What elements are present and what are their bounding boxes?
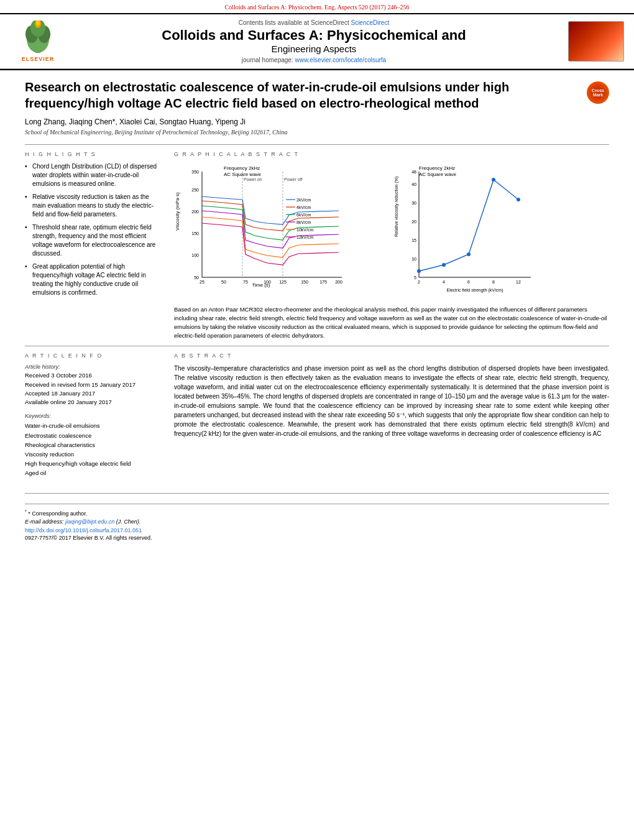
svg-text:10kV/cm: 10kV/cm [296, 228, 313, 232]
viscosity-time-chart: Frequency 2kHz AC Square wave Viscosity … [174, 162, 389, 300]
available-date: Available online 20 January 2017 [25, 398, 162, 407]
reduction-chart-svg: Frequency 2kHz AC Square wave Relative v… [394, 162, 537, 299]
keywords-group: Keywords: Water-in-crude-oil emulsions E… [25, 413, 162, 478]
highlight-item-1: Chord Length Distribution (CLD) of dispe… [25, 162, 162, 188]
svg-text:50: 50 [221, 280, 226, 284]
svg-text:48: 48 [411, 170, 416, 174]
svg-text:Power off: Power off [284, 177, 302, 182]
article-info-column: A R T I C L E I N F O Article history: R… [25, 353, 162, 484]
affiliation: School of Mechanical Engineering, Beijin… [25, 129, 609, 136]
doi-link[interactable]: http://dx.doi.org/10.1016/j.colsurfa.201… [25, 527, 142, 533]
highlights-graphical-section: H I G H L I G H T S Chord Length Distrib… [25, 144, 609, 339]
journal-subtitle: Engineering Aspects [73, 44, 554, 54]
viscosity-chart-svg: Frequency 2kHz AC Square wave Viscosity … [174, 162, 348, 299]
keyword-2: Electrostatic coalescence [25, 431, 162, 440]
svg-text:40: 40 [411, 182, 416, 187]
homepage-line: journal homepage: www.elsevier.com/locat… [73, 57, 554, 63]
lower-section: A R T I C L E I N F O Article history: R… [25, 346, 609, 484]
keyword-3: Rheological characteristics [25, 440, 162, 450]
svg-text:6kV/cm: 6kV/cm [296, 213, 311, 217]
highlight-item-4: Great application potential of high freq… [25, 262, 162, 297]
svg-text:Relative viscosity reduction (: Relative viscosity reduction (%) [394, 177, 399, 237]
svg-text:350: 350 [191, 170, 199, 174]
svg-text:125: 125 [279, 280, 287, 284]
homepage-link[interactable]: www.elsevier.com/locate/colsurfa [295, 57, 386, 63]
journal-link[interactable]: Colloids and Surfaces A: Physicochem. En… [225, 4, 410, 11]
sciencedirect-link[interactable]: ScienceDirect [351, 19, 389, 26]
svg-text:150: 150 [191, 231, 199, 236]
charts-wrapper: Frequency 2kHz AC Square wave Viscosity … [174, 162, 609, 300]
article-title: Research on electrostatic coalescence of… [25, 79, 581, 111]
svg-text:Frequency 2kHz: Frequency 2kHz [224, 165, 260, 171]
svg-text:20: 20 [411, 219, 416, 224]
crossmark-label: CrossMark [592, 88, 604, 97]
svg-text:75: 75 [243, 280, 248, 284]
abstract-column: A B S T R A C T The viscosity–temperatur… [174, 353, 609, 484]
elsevier-tree-icon [19, 21, 57, 55]
graphical-abstract-heading: G R A P H I C A L A B S T R A C T [174, 151, 609, 157]
svg-text:25: 25 [200, 280, 204, 284]
page-wrapper: Colloids and Surfaces A: Physicochem. En… [0, 0, 634, 550]
svg-text:15: 15 [411, 238, 416, 242]
footer-email-line: E-mail address: jiaqing@bipt.edu.cn (J. … [25, 519, 609, 525]
journal-cover-image [568, 21, 624, 62]
svg-text:150: 150 [301, 280, 308, 284]
journal-top-link[interactable]: Colloids and Surfaces A: Physicochem. En… [0, 0, 634, 13]
received-date: Received 3 October 2016 [25, 371, 162, 380]
keywords-list: Water-in-crude-oil emulsions Electrostat… [25, 421, 162, 478]
svg-text:250: 250 [191, 188, 199, 192]
divider [25, 504, 609, 504]
main-content: Research on electrostatic coalescence of… [0, 69, 634, 549]
keyword-4: Viscosity reduction [25, 450, 162, 459]
svg-text:50: 50 [194, 275, 199, 280]
svg-point-62 [442, 263, 446, 267]
footer-section: * * Corresponding author. E-mail address… [25, 493, 609, 550]
viscosity-reduction-chart: Frequency 2kHz AC Square wave Relative v… [394, 162, 609, 300]
footer-doi[interactable]: http://dx.doi.org/10.1016/j.colsurfa.201… [25, 527, 609, 533]
svg-point-61 [417, 269, 421, 273]
header-band: ELSEVIER Contents lists available at Sci… [0, 13, 634, 69]
svg-text:AC Square wave: AC Square wave [419, 172, 457, 177]
svg-text:100: 100 [191, 253, 199, 257]
article-info-heading: A R T I C L E I N F O [25, 353, 162, 359]
graphical-abstract-column: G R A P H I C A L A B S T R A C T Freque… [174, 151, 609, 339]
keyword-1: Water-in-crude-oil emulsions [25, 421, 162, 430]
graphical-caption: Based on an Anton Paar MCR302 electro-rh… [174, 305, 609, 339]
accepted-date: Accepted 18 January 2017 [25, 389, 162, 398]
corresponding-note: * * Corresponding author. [25, 509, 609, 517]
keyword-6: Aged oil [25, 468, 162, 478]
svg-text:4kV/cm: 4kV/cm [296, 205, 311, 210]
abstract-text: The viscosity–temperature characteristic… [174, 364, 609, 438]
svg-text:30: 30 [411, 201, 416, 205]
svg-point-6 [36, 21, 40, 25]
svg-text:2kV/cm: 2kV/cm [296, 198, 311, 202]
svg-text:200: 200 [335, 280, 342, 284]
highlight-item-3: Threshold shear rate, optimum electric f… [25, 223, 162, 258]
svg-text:Viscosity (mPa·s): Viscosity (mPa·s) [175, 192, 180, 231]
article-title-section: Research on electrostatic coalescence of… [25, 79, 609, 111]
svg-point-65 [517, 198, 520, 201]
highlights-heading: H I G H L I G H T S [25, 151, 162, 157]
svg-point-63 [467, 252, 471, 256]
crossmark-badge[interactable]: CrossMark [587, 81, 609, 104]
journal-thumbnail [562, 21, 624, 62]
svg-text:4: 4 [443, 280, 445, 284]
elsevier-label: ELSEVIER [22, 56, 55, 62]
svg-point-64 [492, 178, 495, 182]
keywords-label: Keywords: [25, 413, 162, 419]
svg-text:200: 200 [191, 210, 199, 214]
svg-text:2: 2 [418, 280, 420, 284]
email-link[interactable]: jiaqing@bipt.edu.cn [65, 519, 114, 525]
received-revised-date: Received in revised form 15 January 2017 [25, 381, 162, 389]
authors: Long Zhang, Jiaqing Chen*, Xiaolei Cai, … [25, 118, 609, 126]
svg-text:10: 10 [411, 257, 416, 261]
crossmark[interactable]: CrossMark [587, 81, 609, 104]
header-center: Contents lists available at ScienceDirec… [73, 19, 554, 63]
contents-line: Contents lists available at ScienceDirec… [73, 19, 554, 26]
highlights-list: Chord Length Distribution (CLD) of dispe… [25, 162, 162, 297]
svg-text:12: 12 [516, 280, 521, 284]
svg-text:175: 175 [319, 280, 327, 284]
svg-text:Electric field strength (kV/cm: Electric field strength (kV/cm) [446, 288, 503, 293]
svg-text:12kV/cm: 12kV/cm [296, 235, 313, 239]
history-label: Article history: [25, 364, 162, 370]
